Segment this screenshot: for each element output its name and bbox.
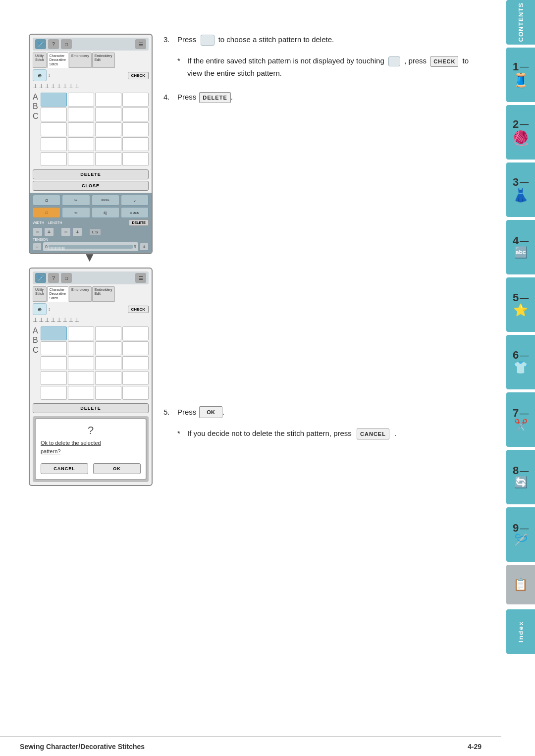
panel2-icon-display: □ xyxy=(61,273,72,283)
sidebar-tab-3[interactable]: 3 — 👗 xyxy=(506,162,535,217)
plus-width[interactable]: + xyxy=(44,227,54,236)
stitch-cell-18[interactable] xyxy=(68,152,94,166)
stitch-cell-9[interactable] xyxy=(41,122,67,136)
panel2-check-row: ⊕ ↕ CHECK xyxy=(33,303,149,315)
stitch-cell-19[interactable] xyxy=(95,152,121,166)
panel2-stitch-cell-17[interactable] xyxy=(41,386,67,400)
ctrl-memory[interactable]: ⊕MEM xyxy=(121,207,149,218)
sidebar-index[interactable]: Index xyxy=(506,609,535,654)
dialog-overlay: ? Ok to delete the selected pattern? CAN… xyxy=(33,416,149,482)
ctrl-music[interactable]: ♪ xyxy=(121,195,149,206)
panel2-stitch-cell-15[interactable] xyxy=(95,371,121,385)
footer: Sewing Character/Decorative Stitches 4-2… xyxy=(0,736,501,756)
panel2-stitch-cell-16[interactable] xyxy=(122,371,149,385)
stitch-cell-1[interactable] xyxy=(41,93,67,107)
panel2-stitch-cell-10[interactable] xyxy=(68,356,94,370)
ctrl-back[interactable]: ⇐ xyxy=(62,207,90,218)
panel2-stitch-cell-19[interactable] xyxy=(95,386,121,400)
delete-small-btn[interactable]: DELETE xyxy=(129,219,149,226)
stitch-cell-5[interactable] xyxy=(41,108,67,121)
stitch-icons-row: ⊥ ⊥ ⊥ ⊥ ⊥ ⊥ ⊥ ⊥ xyxy=(33,83,149,90)
tab-embroidery-edit[interactable]: Embroidery Edit xyxy=(92,53,115,68)
minus-tension[interactable]: − xyxy=(33,243,42,251)
stitch-cell-8[interactable] xyxy=(122,108,149,121)
check-button-top[interactable]: CHECK xyxy=(128,72,149,79)
tab-embroidery[interactable]: Embroidery xyxy=(69,53,92,68)
tab-contents[interactable]: CONTENTS xyxy=(506,0,535,45)
sidebar-tab-4[interactable]: 4 — 🔤 xyxy=(506,220,535,274)
panel2-stitch-cell-7[interactable] xyxy=(95,341,121,355)
panel2-stitch-cell-12[interactable] xyxy=(122,356,149,370)
panel2-stitch-cell-9[interactable] xyxy=(41,356,67,370)
sidebar-tab-notes[interactable]: 📋 xyxy=(506,565,535,604)
ctrl-lock[interactable]: 4|| xyxy=(92,207,119,218)
ls-btn[interactable]: L S xyxy=(89,228,101,236)
sidebar-tab-7[interactable]: 7 — ✂️ xyxy=(506,392,535,447)
panel2-stitch-cell-2[interactable] xyxy=(68,326,94,340)
panel2-stitch-cell-4[interactable] xyxy=(122,326,149,340)
sidebar-tab-2[interactable]: 2 — 🧶 xyxy=(506,105,535,160)
panel2-delete-row: DELETE xyxy=(33,403,149,413)
stitch-cell-20[interactable] xyxy=(122,152,149,166)
panel2-tab-embroidery[interactable]: Embroidery xyxy=(69,286,92,302)
panel2-stitch-cell-6[interactable] xyxy=(68,341,94,355)
panel2-stitch-cell-20[interactable] xyxy=(122,386,149,400)
panel2-stitch-cell-8[interactable] xyxy=(122,341,149,355)
close-button[interactable]: CLOSE xyxy=(33,181,149,191)
ctrl-square[interactable]: □ xyxy=(33,207,60,218)
cancel-inline-btn[interactable]: CANCEL xyxy=(357,429,389,439)
sidebar-tab-8[interactable]: 8 — 🔄 xyxy=(506,450,535,504)
stitch-cell-14[interactable] xyxy=(68,137,94,151)
stitch-cell-4[interactable] xyxy=(122,93,149,107)
delete-inline-btn[interactable]: DELETE xyxy=(199,92,230,103)
tab-character-decorative[interactable]: Character Decorative Stitch xyxy=(47,53,68,68)
panel2-content-area: ABC xyxy=(33,325,149,401)
ctrl-omega[interactable]: Ω xyxy=(33,195,60,206)
sidebar-tab-9[interactable]: 9 — 🪡 xyxy=(506,507,535,562)
stitch-cell-13[interactable] xyxy=(41,137,67,151)
plus-length[interactable]: + xyxy=(72,227,82,236)
stitch-cell-12[interactable] xyxy=(122,122,149,136)
stitch-cell-2[interactable] xyxy=(68,93,94,107)
panel2-stitch-cell-14[interactable] xyxy=(68,371,94,385)
sidebar-tab-6[interactable]: 6 — 👕 xyxy=(506,335,535,389)
stitch-cell-11[interactable] xyxy=(95,122,121,136)
sidebar-tab-1[interactable]: 1 — 🧵 xyxy=(506,48,535,102)
panel2-stitch-cell-3[interactable] xyxy=(95,326,121,340)
instructions-top: 3. Press to choose a stitch pattern to d… xyxy=(163,34,481,112)
delete-button-top[interactable]: DELETE xyxy=(33,169,149,179)
panel2-icon-question: ? xyxy=(48,273,59,283)
minus-width[interactable]: − xyxy=(33,227,43,236)
stitch-cell-15[interactable] xyxy=(95,137,121,151)
delete-button-2[interactable]: DELETE xyxy=(33,403,149,413)
panel2-tab-character[interactable]: Character Decorative Stitch xyxy=(47,286,68,302)
tab-utility[interactable]: Utility Stitch xyxy=(33,53,47,68)
panel2-stitch-cell-5[interactable] xyxy=(41,341,67,355)
panel2-stitch-cell-13[interactable] xyxy=(41,371,67,385)
sidebar-tab-5[interactable]: 5 — ⭐ xyxy=(506,277,535,332)
panel2-tab-utility[interactable]: Utility Stitch xyxy=(33,286,47,302)
dialog-ok-btn[interactable]: OK xyxy=(93,463,141,474)
ctrl-scissors[interactable]: ✂ xyxy=(62,195,90,206)
panel2-stitch-cell-11[interactable] xyxy=(95,356,121,370)
tab-5-icon: ⭐ xyxy=(513,303,528,317)
check-inline-btn[interactable]: CHECK xyxy=(430,56,458,67)
stitch-cell-10[interactable] xyxy=(68,122,94,136)
tension-section: TENSION xyxy=(33,238,149,241)
panel2-stitch-cell-18[interactable] xyxy=(68,386,94,400)
check-button-2[interactable]: CHECK xyxy=(128,306,149,313)
stitch-cell-3[interactable] xyxy=(95,93,121,107)
stitch-cell-17[interactable] xyxy=(41,152,67,166)
panel2-tab-embroidery-edit[interactable]: Embroidery Edit xyxy=(92,286,115,302)
minus-length[interactable]: − xyxy=(61,227,71,236)
ctrl-rrr[interactable]: RRR≠ xyxy=(92,195,119,206)
abc-text: ABC xyxy=(33,91,39,167)
stitch-cell-6[interactable] xyxy=(68,108,94,121)
dialog-cancel-btn[interactable]: CANCEL xyxy=(41,463,88,474)
panel2-stitch-cell-1[interactable] xyxy=(41,326,67,340)
ok-inline-btn[interactable]: OK xyxy=(199,406,222,418)
stitch-cell-16[interactable] xyxy=(122,137,149,151)
tab-4-icon: 🔤 xyxy=(514,246,528,259)
stitch-cell-7[interactable] xyxy=(95,108,121,121)
plus-tension[interactable]: + xyxy=(140,243,149,251)
